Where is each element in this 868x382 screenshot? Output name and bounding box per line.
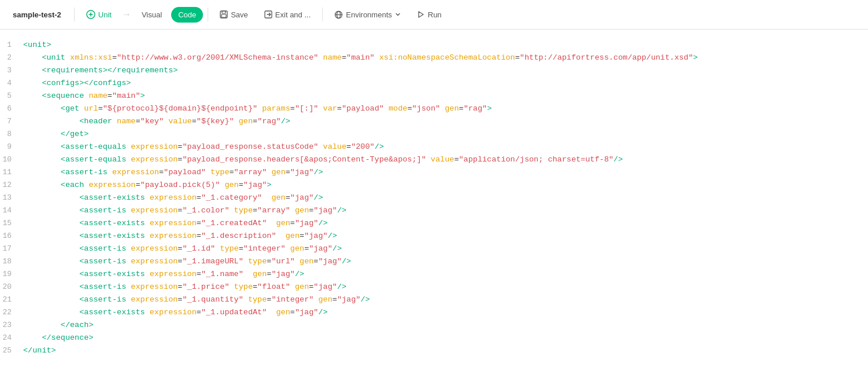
line-content-11: <assert-is expression="payload" type="ar…: [23, 166, 323, 179]
line-content-19: <assert-exists expression="_1.name" gen=…: [23, 268, 304, 281]
globe-icon: [334, 10, 343, 19]
line-number-12: 12: [0, 179, 23, 192]
line-number-8: 8: [0, 128, 23, 141]
line-content-16: <assert-exists expression="_1.descriptio…: [23, 230, 337, 243]
code-line-21: 21 <assert-is expression="_1.quantity" t…: [0, 293, 868, 306]
line-number-2: 2: [0, 52, 23, 64]
run-icon: [417, 10, 425, 19]
line-content-21: <assert-is expression="_1.quantity" type…: [23, 293, 370, 306]
line-content-9: <assert-equals expression="payload_respo…: [23, 141, 384, 153]
line-number-3: 3: [0, 65, 23, 77]
project-name: sample-test-2: [7, 10, 67, 19]
unit-icon: [86, 10, 95, 19]
line-content-7: <header name="key" value="${key}" gen="r…: [23, 115, 290, 128]
line-content-18: <assert-is expression="_1.imageURL" type…: [23, 255, 351, 268]
code-editor[interactable]: 1<unit>2 <unit xmlns:xsi="http://www.w3.…: [0, 30, 868, 382]
code-line-15: 15 <assert-exists expression="_1.created…: [0, 217, 868, 230]
line-number-17: 17: [0, 243, 23, 255]
line-content-20: <assert-is expression="_1.price" type="f…: [23, 281, 346, 293]
save-icon: [220, 10, 228, 19]
divider-1: [74, 8, 75, 21]
code-line-16: 16 <assert-exists expression="_1.descrip…: [0, 230, 868, 243]
svg-marker-8: [419, 12, 423, 17]
line-content-8: </get>: [23, 128, 88, 141]
line-number-16: 16: [0, 230, 23, 243]
code-line-4: 4 <configs></configs>: [0, 77, 868, 90]
line-content-17: <assert-is expression="_1.id" type="inte…: [23, 243, 342, 255]
line-number-23: 23: [0, 319, 23, 332]
code-line-12: 12 <each expression="payload.pick(5)" ge…: [0, 179, 868, 192]
line-number-14: 14: [0, 205, 23, 217]
line-content-14: <assert-is expression="_1.color" type="a…: [23, 204, 346, 217]
line-number-15: 15: [0, 218, 23, 230]
line-content-5: <sequence name="main">: [23, 90, 145, 102]
code-line-24: 24 </sequence>: [0, 332, 868, 344]
code-line-23: 23 </each>: [0, 319, 868, 332]
toolbar: sample-test-2 Unit → Visual Code Save Ex: [0, 0, 868, 30]
line-number-24: 24: [0, 332, 23, 344]
line-content-10: <assert-equals expression="payload_respo…: [23, 153, 623, 166]
line-number-1: 1: [0, 39, 23, 52]
unit-tab-button[interactable]: Unit: [79, 6, 119, 23]
divider-3: [322, 8, 323, 21]
line-number-18: 18: [0, 256, 23, 268]
line-content-2: <unit xmlns:xsi="http://www.w3.org/2001/…: [23, 52, 698, 64]
code-line-13: 13 <assert-exists expression="_1.categor…: [0, 192, 868, 204]
arrow-separator: →: [121, 9, 132, 20]
line-number-9: 9: [0, 141, 23, 153]
code-line-3: 3 <requirements></requirements>: [0, 64, 868, 77]
line-content-1: <unit>: [23, 39, 51, 52]
code-line-1: 1<unit>: [0, 39, 868, 52]
line-content-3: <requirements></requirements>: [23, 64, 178, 77]
code-line-5: 5 <sequence name="main">: [0, 90, 868, 102]
code-line-18: 18 <assert-is expression="_1.imageURL" t…: [0, 255, 868, 268]
code-line-6: 6 <get url="${protocol}${domain}${endpoi…: [0, 102, 868, 115]
code-line-10: 10 <assert-equals expression="payload_re…: [0, 153, 868, 166]
line-number-6: 6: [0, 103, 23, 115]
line-content-22: <assert-exists expression="_1.updatedAt"…: [23, 306, 328, 319]
line-content-6: <get url="${protocol}${domain}${endpoint…: [23, 102, 492, 115]
code-line-8: 8 </get>: [0, 128, 868, 141]
exit-icon: [264, 10, 272, 19]
code-line-22: 22 <assert-exists expression="_1.updated…: [0, 306, 868, 319]
line-content-23: </each>: [23, 319, 94, 332]
code-line-2: 2 <unit xmlns:xsi="http://www.w3.org/200…: [0, 52, 868, 64]
line-number-10: 10: [0, 154, 23, 166]
line-number-4: 4: [0, 78, 23, 90]
code-line-11: 11 <assert-is expression="payload" type=…: [0, 166, 868, 179]
line-number-7: 7: [0, 116, 23, 128]
divider-2: [208, 8, 208, 21]
run-button[interactable]: Run: [410, 7, 449, 23]
line-content-25: </unit>: [23, 344, 56, 357]
code-line-17: 17 <assert-is expression="_1.id" type="i…: [0, 243, 868, 255]
line-number-20: 20: [0, 281, 23, 293]
line-content-15: <assert-exists expression="_1.createdAt"…: [23, 217, 328, 230]
code-line-19: 19 <assert-exists expression="_1.name" g…: [0, 268, 868, 281]
code-line-9: 9 <assert-equals expression="payload_res…: [0, 141, 868, 153]
line-number-25: 25: [0, 345, 23, 357]
line-content-12: <each expression="payload.pick(5)" gen="…: [23, 179, 271, 192]
code-line-14: 14 <assert-is expression="_1.color" type…: [0, 204, 868, 217]
line-number-19: 19: [0, 269, 23, 281]
save-button[interactable]: Save: [213, 7, 255, 23]
environments-button[interactable]: Environments: [327, 7, 407, 23]
line-number-21: 21: [0, 294, 23, 306]
line-number-13: 13: [0, 192, 23, 204]
svg-rect-3: [221, 14, 226, 17]
line-number-11: 11: [0, 167, 23, 179]
line-number-22: 22: [0, 307, 23, 319]
code-line-25: 25</unit>: [0, 344, 868, 357]
chevron-down-icon: [395, 12, 401, 17]
code-line-20: 20 <assert-is expression="_1.price" type…: [0, 281, 868, 293]
line-number-5: 5: [0, 90, 23, 102]
exit-button[interactable]: Exit and ...: [257, 7, 317, 23]
code-line-7: 7 <header name="key" value="${key}" gen=…: [0, 115, 868, 128]
code-tab-button[interactable]: Code: [171, 7, 203, 23]
line-content-24: </sequence>: [23, 332, 94, 344]
line-content-13: <assert-exists expression="_1.category" …: [23, 192, 323, 204]
line-content-4: <configs></configs>: [23, 77, 131, 90]
visual-tab-button[interactable]: Visual: [135, 7, 169, 23]
